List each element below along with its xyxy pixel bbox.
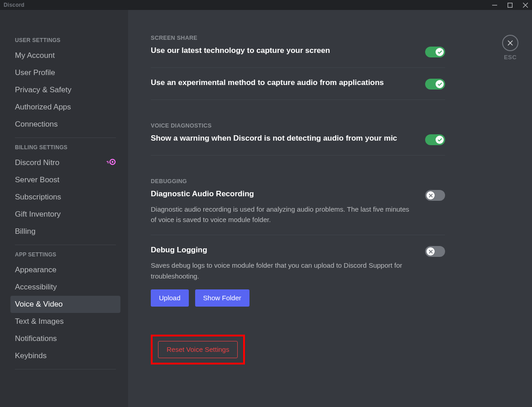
sidebar-divider bbox=[15, 137, 116, 138]
setting-debug-logging-desc: Saves debug logs to voice module folder … bbox=[151, 260, 416, 281]
setting-diagnostic-recording-title: Diagnostic Audio Recording bbox=[151, 189, 416, 199]
titlebar: Discord bbox=[0, 0, 532, 10]
app-name: Discord bbox=[4, 2, 24, 8]
sidebar-item-billing[interactable]: Billing bbox=[10, 223, 120, 240]
svg-point-4 bbox=[111, 161, 113, 163]
setting-latest-capture-title: Use our latest technology to capture you… bbox=[151, 46, 330, 56]
nitro-icon bbox=[106, 158, 116, 167]
sidebar-item-label: Accessibility bbox=[15, 283, 57, 292]
maximize-icon[interactable] bbox=[507, 2, 513, 8]
minimize-icon[interactable] bbox=[491, 2, 498, 8]
sidebar-item-label: Subscriptions bbox=[15, 193, 61, 202]
toggle-mic-warning[interactable] bbox=[425, 134, 445, 145]
settings-sidebar: USER SETTINGSMy AccountUser ProfilePriva… bbox=[0, 10, 128, 407]
sidebar-item-gift-inventory[interactable]: Gift Inventory bbox=[10, 206, 120, 223]
section-header-voice-diagnostics: VOICE DIAGNOSTICS bbox=[151, 123, 445, 129]
section-header-debugging: DEBUGGING bbox=[151, 178, 445, 185]
sidebar-item-appearance[interactable]: Appearance bbox=[10, 261, 120, 279]
setting-diagnostic-recording-desc: Diagnostic audio recording is used for a… bbox=[151, 204, 416, 225]
sidebar-section-header: APP SETTINGS bbox=[10, 251, 120, 261]
sidebar-item-label: My Account bbox=[15, 51, 55, 60]
sidebar-item-label: Authorized Apps bbox=[15, 103, 71, 112]
sidebar-section-header: BILLING SETTINGS bbox=[10, 144, 120, 154]
sidebar-item-text-images[interactable]: Text & Images bbox=[10, 313, 120, 330]
window-controls bbox=[491, 2, 528, 8]
sidebar-item-connections[interactable]: Connections bbox=[10, 116, 120, 133]
highlight-box: Reset Voice Settings bbox=[151, 335, 245, 364]
sidebar-item-user-profile[interactable]: User Profile bbox=[10, 64, 120, 81]
sidebar-item-label: Notifications bbox=[15, 334, 57, 343]
svg-rect-2 bbox=[107, 162, 109, 163]
sidebar-item-notifications[interactable]: Notifications bbox=[10, 330, 120, 347]
show-folder-button[interactable]: Show Folder bbox=[195, 289, 249, 307]
reset-voice-settings-button[interactable]: Reset Voice Settings bbox=[158, 341, 238, 358]
esc-label: ESC bbox=[504, 54, 517, 61]
setting-mic-warning-title: Show a warning when Discord is not detec… bbox=[151, 133, 397, 144]
sidebar-item-voice-video[interactable]: Voice & Video bbox=[10, 296, 120, 313]
sidebar-item-label: Server Boost bbox=[15, 175, 59, 185]
sidebar-divider bbox=[15, 245, 116, 245]
sidebar-item-authorized-apps[interactable]: Authorized Apps bbox=[10, 99, 120, 116]
svg-rect-0 bbox=[508, 3, 512, 7]
setting-experimental-audio-title: Use an experimental method to capture au… bbox=[151, 78, 384, 88]
sidebar-item-server-boost[interactable]: Server Boost bbox=[10, 171, 120, 189]
sidebar-item-keybinds[interactable]: Keybinds bbox=[10, 347, 120, 364]
sidebar-item-label: Keybinds bbox=[15, 351, 47, 360]
sidebar-item-my-account[interactable]: My Account bbox=[10, 47, 120, 64]
sidebar-item-discord-nitro[interactable]: Discord Nitro bbox=[10, 154, 120, 171]
sidebar-item-label: Appearance bbox=[15, 265, 57, 274]
sidebar-section-header: USER SETTINGS bbox=[10, 37, 120, 47]
sidebar-item-subscriptions[interactable]: Subscriptions bbox=[10, 189, 120, 206]
sidebar-divider bbox=[15, 369, 116, 369]
section-header-screen-share: SCREEN SHARE bbox=[151, 35, 445, 41]
sidebar-item-label: Text & Images bbox=[15, 317, 64, 326]
toggle-experimental-audio[interactable] bbox=[425, 79, 445, 90]
settings-content: SCREEN SHARE Use our latest technology t… bbox=[128, 10, 463, 407]
toggle-latest-capture[interactable] bbox=[425, 47, 445, 57]
sidebar-item-label: Connections bbox=[15, 120, 58, 129]
sidebar-item-label: User Profile bbox=[15, 68, 55, 77]
toggle-diagnostic-recording[interactable] bbox=[425, 190, 445, 201]
sidebar-item-label: Voice & Video bbox=[15, 300, 63, 309]
sidebar-item-label: Privacy & Safety bbox=[15, 85, 72, 95]
close-window-icon[interactable] bbox=[522, 2, 528, 8]
sidebar-item-label: Discord Nitro bbox=[15, 158, 59, 167]
setting-debug-logging-title: Debug Logging bbox=[151, 245, 416, 256]
upload-button[interactable]: Upload bbox=[151, 289, 189, 307]
toggle-debug-logging[interactable] bbox=[425, 246, 445, 257]
sidebar-item-privacy-safety[interactable]: Privacy & Safety bbox=[10, 81, 120, 99]
sidebar-item-label: Gift Inventory bbox=[15, 210, 61, 219]
close-settings-button[interactable] bbox=[502, 35, 518, 51]
sidebar-item-accessibility[interactable]: Accessibility bbox=[10, 279, 120, 296]
sidebar-item-label: Billing bbox=[15, 227, 35, 236]
svg-rect-1 bbox=[106, 161, 108, 162]
close-icon bbox=[507, 39, 514, 47]
